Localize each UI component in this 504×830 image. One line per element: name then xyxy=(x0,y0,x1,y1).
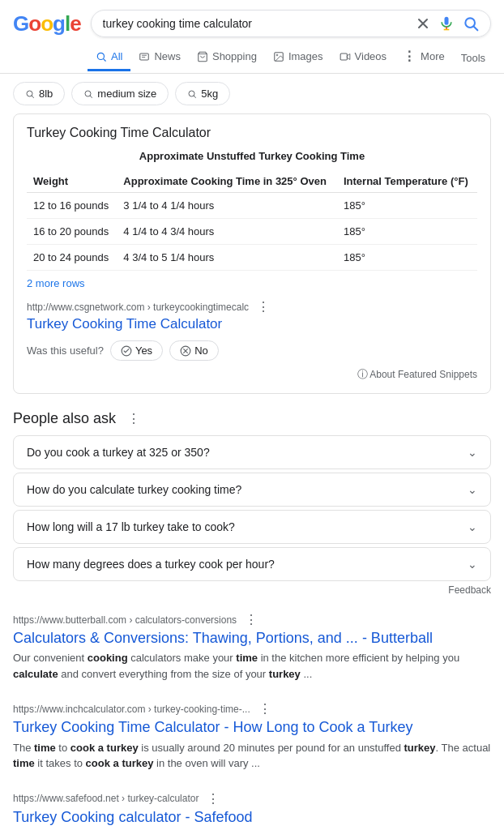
result-title-link[interactable]: Calculators & Conversions: Thawing, Port… xyxy=(13,630,433,646)
tab-all-label: All xyxy=(111,50,122,62)
tab-more[interactable]: ⋮ More xyxy=(395,42,453,73)
pill-medium-size[interactable]: medium size xyxy=(71,82,169,105)
tab-all[interactable]: All xyxy=(88,44,130,71)
paa-item[interactable]: How long will a 17 lb turkey take to coo… xyxy=(13,510,491,544)
pill-search-icon xyxy=(25,89,35,99)
result-url: https://www.safefood.net › turkey-calcul… xyxy=(13,791,491,806)
voice-search-button[interactable] xyxy=(438,15,455,32)
tab-images[interactable]: Images xyxy=(265,44,331,71)
paa-item[interactable]: Do you cook a turkey at 325 or 350? ⌄ xyxy=(13,435,491,469)
results-list: https://www.butterball.com › calculators… xyxy=(13,612,491,830)
featured-snippet: Turkey Cooking Time Calculator Approxima… xyxy=(13,113,491,394)
yes-label: Yes xyxy=(135,344,152,357)
snippet-source: http://www.csgnetwork.com › turkeycookin… xyxy=(27,299,477,332)
result-three-dot[interactable]: ⋮ xyxy=(245,612,258,627)
svg-line-4 xyxy=(474,27,478,31)
paa-section: People also ask ⋮ Do you cook a turkey a… xyxy=(13,410,491,596)
mic-icon xyxy=(438,15,455,32)
more-rows-link[interactable]: 2 more rows xyxy=(27,277,85,289)
result-snippet: The time to cook a turkey is usually aro… xyxy=(13,740,491,772)
paa-question: How many degrees does a turkey cook per … xyxy=(27,558,275,571)
svg-line-15 xyxy=(32,96,33,97)
result-url: https://www.butterball.com › calculators… xyxy=(13,612,491,627)
col-temp: Internal Temperature (°F) xyxy=(337,170,477,193)
pill-5kg[interactable]: 5kg xyxy=(175,82,230,105)
result-three-dot[interactable]: ⋮ xyxy=(207,791,220,806)
check-circle-icon xyxy=(121,345,132,357)
svg-line-6 xyxy=(104,58,106,61)
cell-temp: 185° xyxy=(337,245,477,271)
pill-5kg-label: 5kg xyxy=(201,88,218,100)
svg-rect-0 xyxy=(445,17,449,25)
svg-line-17 xyxy=(91,96,92,97)
result-item: https://www.safefood.net › turkey-calcul… xyxy=(13,791,491,830)
result-three-dot[interactable]: ⋮ xyxy=(258,701,271,717)
paa-title: People also ask xyxy=(13,410,116,427)
result-title-link[interactable]: Turkey Cooking calculator - Safefood xyxy=(13,809,252,825)
paa-more-icon[interactable]: ⋮ xyxy=(127,411,140,426)
no-button[interactable]: No xyxy=(169,340,219,361)
search-bar xyxy=(91,10,491,37)
search-submit-button[interactable] xyxy=(463,15,479,32)
svg-rect-13 xyxy=(340,53,347,59)
tools-button[interactable]: Tools xyxy=(453,45,493,71)
paa-item[interactable]: How do you calculate turkey cooking time… xyxy=(13,473,491,507)
header: Google xyxy=(0,0,504,37)
paa-question: How do you calculate turkey cooking time… xyxy=(27,483,241,496)
result-item: https://www.inchcalculator.com › turkey-… xyxy=(13,701,491,771)
search-input[interactable] xyxy=(103,17,409,30)
yes-button[interactable]: Yes xyxy=(110,340,163,361)
result-url-text: https://www.inchcalculator.com › turkey-… xyxy=(13,704,250,715)
about-featured-snippets[interactable]: ⓘ About Featured Snippets xyxy=(27,367,477,382)
clear-button[interactable] xyxy=(416,16,430,31)
result-url-text: https://www.safefood.net › turkey-calcul… xyxy=(13,793,199,804)
table-row: 16 to 20 pounds 4 1/4 to 4 3/4 hours 185… xyxy=(27,219,477,245)
snippet-url: http://www.csgnetwork.com › turkeycookin… xyxy=(27,299,477,314)
search-submit-icon xyxy=(463,15,479,32)
cell-temp: 185° xyxy=(337,219,477,245)
cell-time: 4 1/4 to 4 3/4 hours xyxy=(117,219,337,245)
pill-8lb[interactable]: 8lb xyxy=(13,82,65,105)
col-weight: Weight xyxy=(27,170,117,193)
result-title-link[interactable]: Turkey Cooking Time Calculator - How Lon… xyxy=(13,719,413,735)
col-time: Approximate Cooking Time in 325° Oven xyxy=(117,170,337,193)
svg-point-12 xyxy=(276,54,278,56)
news-tab-icon xyxy=(139,51,150,62)
tab-videos[interactable]: Videos xyxy=(331,44,395,71)
paa-item[interactable]: How many degrees does a turkey cook per … xyxy=(13,547,491,581)
tab-more-label: More xyxy=(421,50,445,62)
videos-tab-icon xyxy=(340,51,351,62)
feedback-link[interactable]: Feedback xyxy=(13,584,491,596)
suggest-pills: 8lb medium size 5kg xyxy=(0,74,504,113)
cell-weight: 16 to 20 pounds xyxy=(27,219,117,245)
cell-weight: 12 to 16 pounds xyxy=(27,193,117,219)
pill-medium-size-label: medium size xyxy=(97,88,156,100)
paa-header: People also ask ⋮ xyxy=(13,410,491,427)
tab-news-label: News xyxy=(154,50,181,62)
images-tab-icon xyxy=(273,51,284,62)
pill-8lb-label: 8lb xyxy=(39,88,53,100)
featured-title: Turkey Cooking Time Calculator xyxy=(27,126,477,140)
paa-list: Do you cook a turkey at 325 or 350? ⌄How… xyxy=(13,435,491,581)
tab-news[interactable]: News xyxy=(130,44,189,71)
result-snippet: Our convenient cooking calculators make … xyxy=(13,650,491,682)
chevron-down-icon: ⌄ xyxy=(468,520,477,533)
more-dots-icon: ⋮ xyxy=(403,49,416,64)
useful-label: Was this useful? xyxy=(27,344,104,357)
snippet-three-dot[interactable]: ⋮ xyxy=(257,299,270,314)
clear-icon xyxy=(416,16,430,31)
paa-question: How long will a 17 lb turkey take to coo… xyxy=(27,520,235,533)
cell-temp: 185° xyxy=(337,193,477,219)
svg-rect-7 xyxy=(140,53,149,59)
cooking-table: Weight Approximate Cooking Time in 325° … xyxy=(27,170,477,271)
result-url: https://www.inchcalculator.com › turkey-… xyxy=(13,701,491,717)
cell-time: 4 3/4 to 5 1/4 hours xyxy=(117,245,337,271)
result-url-text: https://www.butterball.com › calculators… xyxy=(13,614,237,626)
table-row: 12 to 16 pounds 3 1/4 to 4 1/4 hours 185… xyxy=(27,193,477,219)
tab-shopping-label: Shopping xyxy=(212,50,257,62)
svg-line-19 xyxy=(194,96,196,97)
pill-search-icon-2 xyxy=(83,89,93,99)
snippet-title-link[interactable]: Turkey Cooking Time Calculator xyxy=(27,316,477,332)
tab-shopping[interactable]: Shopping xyxy=(189,44,265,71)
chevron-down-icon: ⌄ xyxy=(468,446,477,459)
